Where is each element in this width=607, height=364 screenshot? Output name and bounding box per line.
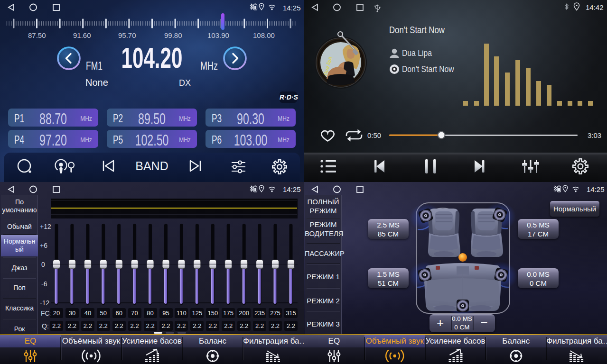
svg-text:14:25: 14:25	[283, 185, 301, 193]
svg-text:0:50: 0:50	[367, 131, 381, 139]
svg-text:Don't Start Now: Don't Start Now	[389, 25, 445, 35]
svg-text:Don't Start Now: Don't Start Now	[402, 64, 455, 74]
svg-text:14:25: 14:25	[587, 185, 605, 193]
svg-text:14:42: 14:42	[586, 3, 604, 11]
svg-text:BAND: BAND	[135, 159, 168, 173]
svg-text:3:03: 3:03	[588, 131, 601, 139]
svg-text:Dua Lipa: Dua Lipa	[402, 48, 432, 58]
